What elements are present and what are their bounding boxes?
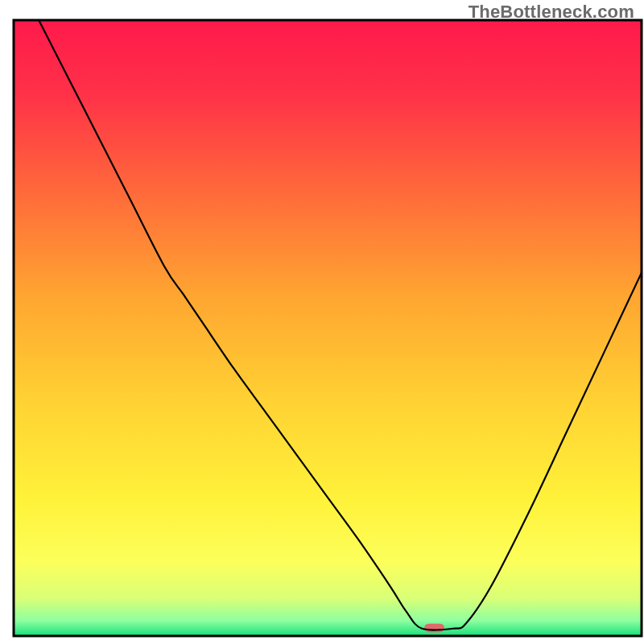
optimal-marker — [424, 624, 444, 633]
watermark-text: TheBottleneck.com — [469, 2, 634, 23]
bottleneck-chart: TheBottleneck.com — [0, 0, 644, 644]
gradient-background — [14, 20, 642, 636]
chart-canvas — [0, 0, 644, 644]
plot-area — [14, 20, 642, 636]
